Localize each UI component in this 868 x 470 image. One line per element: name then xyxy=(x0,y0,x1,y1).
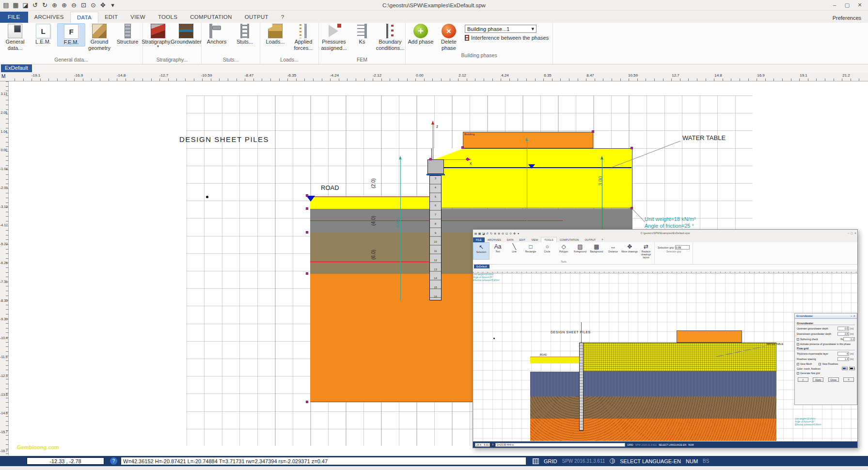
menu-tab[interactable]: DATA xyxy=(70,12,98,23)
apply-button[interactable]: Apply xyxy=(813,377,823,382)
zoom-dynamic-icon[interactable]: ⊙ xyxy=(89,0,97,10)
restore-button[interactable]: ▢ xyxy=(841,0,853,10)
menu-tab[interactable]: OUTPUT xyxy=(238,12,275,23)
help-icon[interactable]: ? xyxy=(492,443,493,446)
help-icon[interactable]: ? xyxy=(110,457,117,465)
menu-tab[interactable]: DATA xyxy=(504,237,517,242)
window-control-icon[interactable]: ✕ xyxy=(854,232,856,235)
ribbon-button[interactable]: Boundary conditions... xyxy=(376,23,404,51)
menu-tab[interactable]: ARCHIVES xyxy=(485,237,504,242)
zoom-plus-icon[interactable]: ⊕ xyxy=(60,0,68,10)
view-flowlines-checkbox[interactable]: ✓View Flowlines xyxy=(819,362,838,365)
window-control-icon[interactable]: – xyxy=(848,232,849,235)
ribbon-button[interactable]: ✕ Delete phase xyxy=(435,23,463,51)
tool-button[interactable]: ▩ Background xyxy=(588,242,605,260)
ribbon-button[interactable]: F F.E.M. xyxy=(57,23,85,47)
language-selector[interactable]: SELECT LANGUAGE-EN xyxy=(659,443,686,446)
tool-button[interactable]: ↖ Selection xyxy=(473,242,489,260)
menu-tab[interactable]: VIEW xyxy=(528,237,541,242)
ribbon-button[interactable]: Anchors xyxy=(203,23,231,46)
flowline-color-picker[interactable]: ▾ xyxy=(849,367,855,370)
ribbon-button[interactable]: Stuts... xyxy=(231,23,259,46)
menu-tab[interactable]: COMPUTATION xyxy=(557,237,582,242)
menu-tab[interactable]: OUTPUT xyxy=(582,237,599,242)
zoom-in-icon[interactable]: ⊕ xyxy=(50,0,59,10)
menu-tab[interactable]: FILE xyxy=(473,237,485,242)
menu-tab[interactable]: ARCHIVES xyxy=(28,12,70,23)
menu-tab[interactable]: VIEW xyxy=(124,12,152,23)
print-preview-icon[interactable]: ◪ xyxy=(21,0,30,10)
app-icon[interactable]: ▤ xyxy=(2,0,10,10)
ribbon-button[interactable]: + Add phase xyxy=(407,23,435,46)
tool-button[interactable]: ⇄ Replace drawings layout xyxy=(638,242,654,260)
help-button[interactable]: ? xyxy=(843,377,854,382)
tool-button[interactable]: □ Rectangle xyxy=(522,242,539,260)
toolbar-options-icon[interactable]: ▾ xyxy=(109,0,117,10)
ribbon-button[interactable]: Stratigraphy... ▾ xyxy=(144,23,172,48)
close-button[interactable]: Close xyxy=(828,377,839,382)
tool-button[interactable]: ╲ Line xyxy=(506,242,522,260)
language-selector[interactable]: SELECT LANGUAGE-EN xyxy=(620,458,681,464)
pile-cap[interactable] xyxy=(427,159,444,174)
menu-tab[interactable]: EDIT xyxy=(517,237,529,242)
overlay-drawing-canvas[interactable]: DESIGN SHEET PILES ROAD WATER TABLE Unit… xyxy=(473,273,857,441)
zoom-out-icon[interactable]: ⊖ xyxy=(70,0,78,10)
window-control-icon[interactable]: ▢ xyxy=(851,232,853,235)
building-phase-dropdown[interactable]: Building phase...1 ▾ xyxy=(465,25,537,33)
ribbon-button[interactable]: Structure xyxy=(113,23,142,46)
vertex-node[interactable] xyxy=(306,231,308,234)
menu-tab[interactable]: EDIT xyxy=(98,12,124,23)
activate-groundwater-checkbox[interactable]: ✓Activate presence of groundwater in thi… xyxy=(797,343,855,345)
interference-toggle[interactable]: Interference between the phases xyxy=(465,35,549,41)
tool-button[interactable]: ✥ Move drawings xyxy=(621,242,638,260)
selection-grip-input[interactable] xyxy=(675,245,690,250)
ribbon-button[interactable]: General data... xyxy=(1,23,29,51)
tool-button[interactable]: ↔ Distance xyxy=(605,242,621,260)
grid-toggle[interactable]: GRID xyxy=(627,443,633,446)
siphoning-checkbox[interactable]: ✓Siphoning check xyxy=(797,338,840,341)
overlay-window[interactable]: ▤▦◪↺↻⊕⊕⊖⊡⊙✥▾ C:\geostru\SPW\Examples\ExD… xyxy=(473,229,858,448)
menu-tab[interactable]: ? xyxy=(599,237,606,242)
preferences-link[interactable]: Preferences xyxy=(833,15,861,21)
undo-icon[interactable]: ↺ xyxy=(31,0,39,10)
zoom-window-icon[interactable]: ⊡ xyxy=(79,0,88,10)
impermeable-thickness-input[interactable]: 6 xyxy=(837,352,849,356)
ribbon-button[interactable]: Pressures assigned... xyxy=(320,23,348,51)
flowlines-spacing-input[interactable]: 1.4 xyxy=(837,357,849,361)
tool-button[interactable]: ○ Circle xyxy=(539,242,555,260)
minimize-button[interactable]: – xyxy=(828,0,841,10)
menu-tab[interactable]: TOOLS xyxy=(541,237,557,242)
tool-button[interactable]: ◇ Polygon xyxy=(555,242,572,260)
generate-flow-grid-checkbox[interactable]: ✓Generate flow grid xyxy=(797,372,855,375)
downstream-depth-input[interactable]: 2.5 xyxy=(837,332,849,336)
tool-button[interactable]: ▨ Foreground xyxy=(572,242,588,260)
vertex-node[interactable] xyxy=(306,207,308,210)
save-icon[interactable]: ▦ xyxy=(12,0,20,10)
ribbon-button[interactable]: Ground geometry xyxy=(85,23,113,51)
close-icon[interactable]: ✕ xyxy=(853,314,855,317)
close-button[interactable]: ✕ xyxy=(853,0,866,10)
vertex-node[interactable] xyxy=(306,401,308,403)
fs-input[interactable]: 1.2 xyxy=(843,337,855,341)
vertex-node[interactable] xyxy=(306,272,308,275)
redo-icon[interactable]: ↻ xyxy=(41,0,49,10)
document-tab-exdefault[interactable]: ExDefault xyxy=(1,64,32,72)
menu-tab[interactable]: FILE xyxy=(0,12,28,23)
vertex-node[interactable] xyxy=(631,147,633,149)
vertex-node[interactable] xyxy=(306,194,308,197)
pin-icon[interactable]: ▪ xyxy=(851,314,852,317)
grid-toggle[interactable]: GRID xyxy=(544,458,557,464)
ribbon-button[interactable]: Applied forces... xyxy=(289,23,317,51)
vertex-node[interactable] xyxy=(592,130,594,133)
vertex-node[interactable] xyxy=(461,146,464,149)
road-surface-layer[interactable] xyxy=(310,196,432,209)
menu-tab[interactable]: ? xyxy=(275,12,291,23)
upstream-depth-input[interactable]: 0.5 xyxy=(837,327,849,330)
mesh-color-picker[interactable]: ▾ xyxy=(842,367,848,370)
ribbon-button[interactable]: Ks xyxy=(348,23,376,46)
ribbon-button[interactable]: Groundwater xyxy=(172,23,200,46)
view-mesh-checkbox[interactable]: ✓View Mesh xyxy=(797,362,812,365)
pan-icon[interactable]: ✥ xyxy=(99,0,107,10)
function-button[interactable]: ƒ xyxy=(798,377,808,382)
ribbon-button[interactable]: L L.E.M. xyxy=(29,23,57,46)
